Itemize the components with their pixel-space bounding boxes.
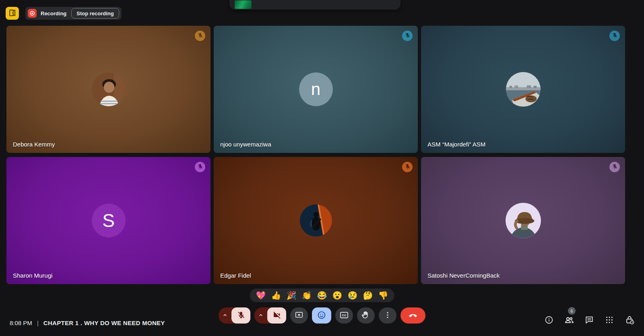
apps-grid-icon	[605, 315, 614, 326]
more-options-button[interactable]	[379, 307, 396, 324]
host-controls-button[interactable]	[624, 315, 635, 326]
reaction-emoji[interactable]: 😢	[347, 291, 357, 299]
participant-count-badge: 6	[568, 307, 576, 315]
mic-off-icon	[237, 311, 246, 321]
mic-control-group	[219, 307, 250, 324]
mic-options-chevron[interactable]	[219, 307, 231, 324]
activities-button[interactable]	[604, 315, 615, 326]
mic-muted-badge	[402, 31, 413, 41]
chat-icon	[584, 315, 594, 326]
mic-off-icon	[197, 163, 203, 171]
avatar-letter: S	[102, 211, 115, 230]
recording-pill: Recording Stop recording	[25, 7, 122, 20]
mic-muted-badge	[609, 31, 620, 41]
notification-thumbnail	[235, 0, 252, 9]
stop-recording-button[interactable]: Stop recording	[71, 8, 119, 19]
meeting-window: Recording Stop recording Debora Kemmyn n…	[0, 0, 644, 336]
participant-name: Edgar Fidel	[220, 272, 251, 279]
people-button[interactable]: 6	[564, 315, 575, 326]
info-icon	[544, 315, 554, 326]
mic-muted-badge	[402, 162, 413, 172]
participant-name: Sharon Murugi	[13, 272, 52, 279]
reaction-emoji[interactable]: 💖	[256, 291, 266, 299]
camera-off-icon	[272, 311, 281, 321]
participant-avatar	[506, 72, 541, 107]
meeting-title: CHAPTER 1 . WHY DO WE NEED MONEY	[43, 320, 165, 326]
more-options-icon	[383, 311, 392, 321]
reactions-bar: 💖👍🎉👏😂😮😢🤔👎	[250, 289, 394, 302]
participant-tile[interactable]: Debora Kemmy	[6, 26, 211, 153]
door-icon	[8, 8, 17, 19]
mic-muted-badge	[609, 162, 620, 172]
captions-button[interactable]: CC	[335, 307, 353, 324]
mic-toggle-button[interactable]	[231, 307, 250, 324]
meeting-room-button[interactable]	[6, 7, 19, 20]
meeting-details-button[interactable]	[543, 315, 555, 326]
reaction-emoji[interactable]: 😮	[332, 291, 342, 299]
record-icon	[28, 9, 37, 18]
mic-off-icon	[197, 32, 203, 40]
participant-name: njoo unywemaziwa	[220, 141, 271, 148]
emoji-smile-icon	[317, 310, 326, 321]
camera-control-group	[254, 307, 286, 324]
call-end-icon	[408, 310, 418, 321]
reactions-button[interactable]	[312, 307, 331, 324]
reaction-emoji[interactable]: 🎉	[287, 291, 297, 299]
mic-muted-badge	[195, 31, 205, 41]
mic-off-icon	[612, 163, 618, 171]
camera-options-chevron[interactable]	[254, 307, 267, 324]
participant-tile[interactable]: Satoshi NeverComingBack	[421, 157, 625, 284]
right-control-bar: 6	[543, 315, 635, 326]
clock: 8:08 PM	[10, 320, 32, 326]
mic-off-icon	[405, 32, 411, 40]
present-screen-icon	[295, 311, 303, 321]
status-bar: 8:08 PM | CHAPTER 1 . WHY DO WE NEED MON…	[10, 320, 165, 326]
participant-tile[interactable]: ASM “Majordefi” ASM	[421, 26, 625, 153]
lock-icon	[624, 315, 635, 326]
mic-off-icon	[612, 32, 618, 40]
participant-avatar	[506, 203, 541, 238]
svg-text:CC: CC	[342, 313, 346, 317]
mic-muted-badge	[195, 162, 205, 172]
reaction-emoji[interactable]: 👎	[378, 291, 388, 299]
end-call-button[interactable]	[400, 307, 425, 324]
chevron-up-icon	[221, 311, 229, 320]
participant-avatar: n	[299, 72, 333, 106]
reaction-emoji[interactable]: 👏	[302, 291, 312, 299]
present-screen-button[interactable]	[290, 307, 308, 324]
participant-tile[interactable]: S Sharon Murugi	[6, 157, 211, 284]
participant-name: Debora Kemmy	[13, 141, 55, 148]
participant-name: Satoshi NeverComingBack	[427, 272, 500, 279]
participant-avatar	[92, 72, 126, 106]
video-grid: Debora Kemmyn njoo unywemaziwa ASM “Majo…	[6, 26, 625, 284]
control-bar: CC	[219, 307, 425, 324]
camera-toggle-button[interactable]	[267, 307, 286, 324]
notification-popup[interactable]	[229, 0, 400, 10]
people-icon	[564, 315, 574, 326]
status-separator: |	[37, 320, 39, 326]
mic-off-icon	[405, 163, 411, 171]
avatar-letter: n	[311, 81, 320, 98]
participant-tile[interactable]: n njoo unywemaziwa	[214, 26, 418, 153]
recording-label: Recording	[41, 10, 66, 16]
reaction-emoji[interactable]: 👍	[271, 291, 281, 299]
captions-icon: CC	[339, 310, 349, 321]
participant-avatar: S	[92, 204, 126, 237]
top-bar: Recording Stop recording	[6, 7, 122, 20]
participant-tile[interactable]: Edgar Fidel	[214, 157, 418, 284]
reaction-emoji[interactable]: 🤔	[363, 291, 373, 299]
chat-button[interactable]	[584, 315, 595, 326]
participant-avatar	[300, 204, 332, 237]
participant-name: ASM “Majordefi” ASM	[427, 141, 485, 148]
chevron-up-icon	[257, 311, 264, 320]
raise-hand-button[interactable]	[357, 307, 375, 324]
reaction-emoji[interactable]: 😂	[317, 291, 327, 299]
raise-hand-icon	[361, 310, 371, 321]
